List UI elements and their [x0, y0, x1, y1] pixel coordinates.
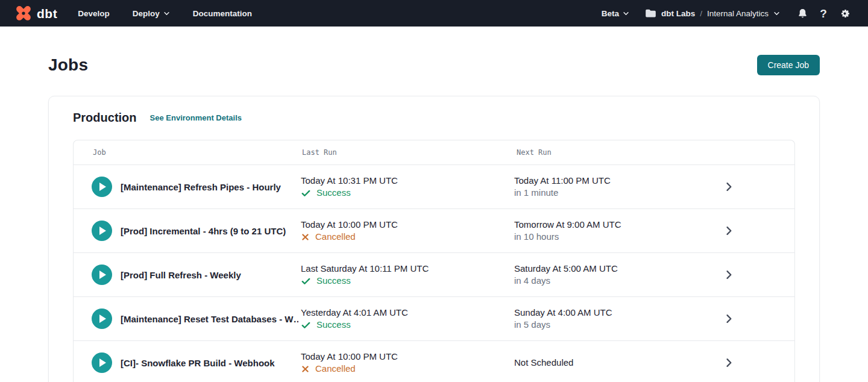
table-header-row: Job Last Run Next Run: [74, 140, 794, 165]
create-job-button[interactable]: Create Job: [757, 55, 820, 75]
next-run-time: Not Scheduled: [514, 357, 683, 369]
nav-deploy-label: Deploy: [133, 9, 160, 18]
last-run-time: Last Saturday At 10:11 PM UTC: [301, 263, 514, 275]
last-run-cell: Today At 10:31 PM UTC Success: [301, 175, 514, 199]
play-triangle: [99, 227, 106, 235]
navbar-left: dbt Develop Deploy Documentation: [14, 4, 252, 22]
last-run-cell: Today At 10:00 PM UTC Cancelled: [301, 219, 514, 243]
play-icon[interactable]: [92, 177, 112, 197]
beta-label: Beta: [602, 9, 619, 18]
play-triangle: [99, 359, 106, 367]
table-body: [Maintenance] Refresh Pipes - Hourly Tod…: [74, 165, 794, 382]
chevron-right-icon[interactable]: [723, 225, 735, 237]
jobs-table: Job Last Run Next Run [Maintenance] Refr…: [73, 140, 795, 382]
page-header: Jobs Create Job: [48, 55, 820, 75]
play-triangle: [99, 271, 106, 279]
next-run-time: Today At 11:00 PM UTC: [514, 175, 683, 187]
last-run-status: Success: [301, 187, 514, 199]
job-cell: [Maintenance] Refresh Pipes - Hourly: [92, 177, 301, 197]
status-label: Success: [316, 275, 351, 287]
x-icon: [301, 365, 310, 374]
bell-icon[interactable]: [796, 7, 809, 20]
last-run-status: Cancelled: [301, 363, 514, 375]
play-triangle: [99, 183, 106, 191]
next-run-cell: Tomorrow At 9:00 AM UTC in 10 hours: [514, 219, 683, 243]
gear-icon[interactable]: [838, 7, 851, 20]
last-run-cell: Today At 10:00 PM UTC Cancelled: [301, 351, 514, 375]
beta-dropdown[interactable]: Beta: [602, 9, 629, 18]
row-arrow-cell: [683, 269, 794, 281]
project-switcher[interactable]: dbt Labs / Internal Analytics: [645, 8, 780, 18]
folder-icon: [645, 8, 656, 18]
chevron-down-icon: [163, 10, 170, 17]
nav-deploy[interactable]: Deploy: [133, 9, 170, 18]
question-mark-glyph: ?: [820, 8, 827, 19]
navbar-icon-group: ?: [796, 7, 851, 20]
last-run-time: Today At 10:00 PM UTC: [301, 219, 514, 231]
last-run-status: Cancelled: [301, 231, 514, 243]
environment-header: Production See Environment Details: [73, 111, 795, 125]
next-run-time: Sunday At 4:00 AM UTC: [514, 307, 683, 319]
next-run-cell: Today At 11:00 PM UTC in 1 minute: [514, 175, 683, 199]
account-name: dbt Labs: [661, 9, 695, 18]
last-run-status: Success: [301, 319, 514, 331]
last-run-status: Success: [301, 275, 514, 287]
x-icon: [301, 233, 310, 242]
navbar-right: Beta dbt Labs / Internal Analytics ?: [602, 7, 851, 20]
play-icon[interactable]: [92, 352, 112, 373]
chevron-right-icon[interactable]: [723, 181, 735, 193]
column-header-last-run: Last Run: [302, 148, 515, 157]
status-label: Cancelled: [315, 231, 356, 243]
play-icon[interactable]: [92, 308, 112, 329]
job-cell: [CI]- Snowflake PR Build - Webhook: [92, 352, 301, 373]
status-label: Success: [316, 319, 351, 331]
dbt-logo-icon: [14, 4, 33, 22]
play-triangle: [99, 315, 106, 323]
nav-develop[interactable]: Develop: [78, 9, 110, 18]
job-name: [Maintenance] Refresh Pipes - Hourly: [121, 182, 298, 192]
check-icon: [301, 188, 311, 198]
chevron-right-icon[interactable]: [723, 313, 735, 325]
next-run-relative: in 4 days: [514, 275, 683, 287]
row-arrow-cell: [683, 225, 794, 237]
job-name: [CI]- Snowflake PR Build - Webhook: [121, 358, 298, 368]
main-nav: Develop Deploy Documentation: [78, 9, 252, 18]
next-run-cell: Saturday At 5:00 AM UTC in 4 days: [514, 263, 683, 287]
last-run-time: Today At 10:00 PM UTC: [301, 351, 514, 363]
next-run-cell: Not Scheduled: [514, 357, 683, 369]
check-icon: [301, 276, 311, 286]
environment-name: Production: [73, 111, 137, 125]
see-environment-details-link[interactable]: See Environment Details: [150, 113, 242, 122]
breadcrumb-separator: /: [700, 9, 702, 18]
job-row[interactable]: [Prod] Incremental - 4hrs (9 to 21 UTC) …: [74, 209, 794, 253]
job-cell: [Prod] Incremental - 4hrs (9 to 21 UTC): [92, 221, 301, 241]
status-label: Cancelled: [315, 363, 356, 375]
chevron-down-icon: [773, 10, 780, 17]
dbt-home-link[interactable]: dbt: [14, 4, 57, 22]
chevron-right-icon[interactable]: [723, 269, 735, 281]
next-run-time: Saturday At 5:00 AM UTC: [514, 263, 683, 275]
job-row[interactable]: [Maintenance] Refresh Pipes - Hourly Tod…: [74, 165, 794, 209]
chevron-right-icon[interactable]: [723, 357, 735, 369]
play-icon[interactable]: [92, 221, 112, 241]
last-run-cell: Last Saturday At 10:11 PM UTC Success: [301, 263, 514, 287]
job-name: [Prod] Incremental - 4hrs (9 to 21 UTC): [121, 226, 298, 236]
project-name: Internal Analytics: [707, 9, 769, 18]
job-row[interactable]: [CI]- Snowflake PR Build - Webhook Today…: [74, 341, 794, 382]
job-row[interactable]: [Maintenance] Reset Test Databases - W… …: [74, 297, 794, 341]
nav-develop-label: Develop: [78, 9, 110, 18]
column-header-next-run: Next Run: [517, 148, 685, 157]
nav-documentation[interactable]: Documentation: [193, 9, 252, 18]
play-icon[interactable]: [92, 265, 112, 285]
page-title: Jobs: [48, 55, 88, 75]
main-content: Jobs Create Job Production See Environme…: [0, 55, 868, 382]
brand-text: dbt: [37, 7, 57, 20]
row-arrow-cell: [683, 181, 794, 193]
job-name: [Maintenance] Reset Test Databases - W…: [121, 314, 298, 324]
column-header-job: Job: [93, 148, 301, 157]
last-run-cell: Yesterday At 4:01 AM UTC Success: [301, 307, 514, 331]
last-run-time: Yesterday At 4:01 AM UTC: [301, 307, 514, 319]
question-mark-icon[interactable]: ?: [817, 7, 830, 20]
job-row[interactable]: [Prod] Full Refresh - Weekly Last Saturd…: [74, 253, 794, 297]
top-navbar: dbt Develop Deploy Documentation Beta db…: [0, 0, 868, 27]
